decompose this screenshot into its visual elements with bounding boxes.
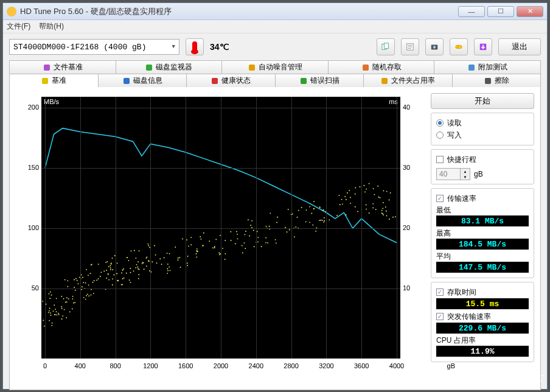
svg-point-301 — [350, 203, 351, 204]
transfer-group: ✓ 传输速率 最低 83.1 MB/s 最高 184.5 MB/s 平均 147… — [431, 188, 534, 278]
svg-rect-13 — [249, 65, 255, 71]
content-area: MB/s ms 50101002015030200400400800120016… — [9, 87, 541, 390]
svg-point-212 — [209, 240, 210, 242]
svg-point-296 — [323, 209, 324, 211]
svg-point-222 — [214, 247, 215, 248]
exit-button[interactable]: 退出 — [498, 38, 541, 55]
svg-point-157 — [146, 257, 147, 259]
titlebar[interactable]: HD Tune Pro 5.60 - 硬盘/固态硬盘实用程序 — ☐ ✕ — [3, 3, 547, 20]
svg-point-184 — [159, 258, 161, 259]
stroke-spinner[interactable]: 40 ▲▼ — [436, 168, 470, 180]
svg-point-223 — [225, 259, 226, 260]
svg-point-313 — [355, 194, 356, 195]
read-radio[interactable]: 读取 — [436, 117, 529, 129]
toolbar: ST4000DM000-1F2168 (4000 gB) ▼ 34℃ 退出 — [3, 33, 547, 60]
svg-point-249 — [261, 246, 262, 247]
copy-text-button[interactable] — [401, 38, 419, 55]
tab-磁盘信息[interactable]: 磁盘信息 — [99, 74, 187, 87]
temperature-button[interactable] — [186, 38, 204, 55]
svg-point-261 — [276, 222, 277, 223]
svg-point-297 — [319, 206, 321, 208]
tabs-top-row: 文件基准磁盘监视器自动噪音管理随机存取附加测试 — [9, 60, 541, 74]
svg-point-271 — [295, 226, 296, 228]
svg-point-166 — [151, 261, 153, 262]
tab-文件夹占用率[interactable]: 文件夹占用率 — [364, 74, 453, 87]
svg-point-69 — [64, 279, 66, 281]
spinner-buttons[interactable]: ▲▼ — [460, 169, 470, 180]
svg-point-306 — [347, 192, 348, 194]
svg-point-33 — [56, 298, 57, 299]
drive-dropdown[interactable]: ST4000DM000-1F2168 (4000 gB) ▼ — [9, 39, 179, 55]
svg-point-345 — [382, 213, 383, 214]
tab-错误扫描[interactable]: 错误扫描 — [276, 74, 364, 87]
tab-icon — [380, 77, 389, 85]
svg-point-67 — [63, 298, 64, 299]
svg-point-210 — [200, 236, 201, 237]
svg-point-224 — [218, 253, 220, 254]
svg-rect-12 — [146, 65, 152, 71]
maximize-button[interactable]: ☐ — [487, 6, 514, 17]
short-stroke-checkbox[interactable]: 快捷行程 — [436, 153, 529, 166]
svg-point-338 — [390, 192, 391, 194]
tab-icon — [248, 63, 256, 72]
svg-point-292 — [323, 222, 324, 223]
svg-point-56 — [58, 314, 60, 315]
svg-point-158 — [138, 261, 139, 262]
svg-point-93 — [86, 269, 87, 270]
svg-point-60 — [78, 283, 79, 284]
min-value: 83.1 MB/s — [436, 215, 529, 226]
close-button[interactable]: ✕ — [517, 6, 543, 17]
svg-point-314 — [369, 183, 370, 184]
tab-icon — [211, 77, 219, 85]
svg-point-324 — [382, 208, 383, 209]
svg-point-333 — [372, 207, 374, 208]
tab-icon — [41, 77, 49, 85]
svg-point-101 — [98, 264, 99, 265]
svg-point-22 — [49, 310, 50, 312]
save-button[interactable] — [474, 38, 492, 55]
copy-button[interactable] — [377, 38, 395, 55]
menu-help[interactable]: 帮助(H) — [39, 21, 64, 32]
svg-point-168 — [148, 245, 149, 247]
svg-point-24 — [48, 312, 49, 313]
temperature-value: 34℃ — [210, 42, 229, 52]
tab-文件基准[interactable]: 文件基准 — [9, 60, 116, 74]
svg-point-235 — [245, 234, 246, 235]
tab-随机存取[interactable]: 随机存取 — [329, 60, 435, 74]
svg-point-128 — [112, 257, 113, 259]
svg-point-88 — [91, 295, 92, 296]
svg-point-7 — [433, 46, 436, 48]
start-button[interactable]: 开始 — [431, 93, 534, 109]
svg-point-231 — [242, 253, 243, 254]
svg-point-172 — [156, 262, 158, 264]
svg-point-116 — [106, 278, 107, 279]
burst-checkbox[interactable]: ✓ 突发传输速率 — [436, 310, 529, 323]
tab-icon — [122, 77, 131, 85]
tab-自动噪音管理[interactable]: 自动噪音管理 — [222, 60, 329, 74]
tab-附加测试[interactable]: 附加测试 — [434, 60, 541, 74]
svg-point-311 — [364, 191, 366, 192]
svg-point-138 — [123, 268, 124, 270]
write-radio[interactable]: 写入 — [436, 129, 529, 141]
svg-point-111 — [108, 266, 110, 267]
access-checkbox[interactable]: ✓ 存取时间 — [436, 286, 529, 298]
transfer-checkbox[interactable]: ✓ 传输速率 — [436, 192, 529, 205]
tab-基准[interactable]: 基准 — [9, 74, 99, 87]
svg-point-269 — [287, 231, 288, 233]
menu-file[interactable]: 文件(F) — [7, 21, 30, 32]
svg-point-216 — [222, 248, 223, 249]
tab-磁盘监视器[interactable]: 磁盘监视器 — [116, 60, 223, 74]
tab-擦除[interactable]: 擦除 — [453, 74, 541, 87]
minimize-button[interactable]: — — [458, 6, 485, 17]
svg-point-48 — [57, 314, 58, 315]
svg-point-190 — [180, 267, 181, 268]
svg-point-276 — [313, 201, 315, 202]
max-value: 184.5 MB/s — [436, 239, 529, 250]
options-button[interactable] — [450, 38, 468, 55]
svg-point-288 — [324, 217, 325, 219]
screenshot-button[interactable] — [425, 38, 444, 55]
svg-point-59 — [77, 280, 78, 281]
tab-健康状态[interactable]: 健康状态 — [187, 74, 276, 87]
svg-point-242 — [254, 246, 255, 247]
svg-point-245 — [257, 241, 259, 242]
